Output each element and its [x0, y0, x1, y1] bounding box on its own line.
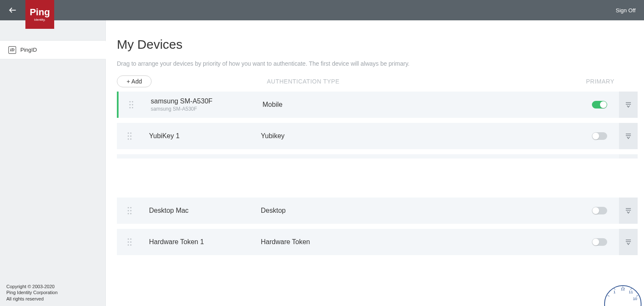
pingid-icon: iD: [8, 46, 16, 54]
svg-point-29: [128, 213, 129, 214]
drag-icon: [127, 238, 132, 246]
svg-point-36: [130, 242, 132, 243]
drag-handle[interactable]: [117, 160, 142, 169]
drag-icon: [129, 100, 134, 109]
svg-point-18: [130, 161, 132, 162]
svg-point-6: [132, 107, 133, 108]
arrow-left-icon: [8, 6, 17, 15]
device-name: Email 1: [149, 161, 261, 168]
svg-point-11: [128, 136, 129, 137]
column-header-primary: PRIMARY: [586, 78, 614, 85]
svg-point-38: [130, 245, 132, 246]
svg-point-22: [130, 167, 132, 168]
sidebar-item-label: PingID: [20, 47, 37, 53]
logo-main-text: Ping: [30, 8, 50, 17]
primary-toggle[interactable]: [592, 207, 607, 214]
svg-point-12: [130, 136, 132, 137]
drag-icon: [127, 132, 132, 140]
device-name: Hardware Token 1: [149, 238, 261, 246]
primary-toggle[interactable]: [592, 132, 607, 140]
svg-point-17: [128, 161, 129, 162]
main-content: My Devices Drag to arrange your devices …: [106, 20, 644, 306]
ping-logo: Ping Identity.: [25, 0, 54, 29]
device-auth-type: Desktop: [261, 207, 592, 214]
expand-icon: [625, 101, 632, 108]
expand-icon: [625, 207, 632, 214]
device-row[interactable]: Hardware Token 1 Hardware Token: [117, 229, 638, 255]
svg-point-14: [130, 139, 132, 140]
primary-toggle[interactable]: [592, 101, 607, 108]
svg-point-5: [130, 107, 131, 108]
sidebar-item-pingid[interactable]: iD PingID: [0, 40, 105, 59]
expand-button[interactable]: [619, 229, 638, 255]
primary-toggle[interactable]: [592, 161, 607, 168]
add-device-button[interactable]: + Add: [117, 75, 152, 87]
expand-button[interactable]: [619, 154, 638, 175]
svg-point-28: [130, 210, 132, 211]
svg-point-13: [128, 139, 129, 140]
svg-point-21: [128, 167, 129, 168]
expand-icon: [625, 161, 632, 168]
device-auth-type: Yubikey: [261, 132, 592, 140]
device-name: YubiKey 1: [149, 132, 261, 140]
svg-point-26: [130, 207, 132, 209]
logo-sub-text: Identity.: [34, 18, 45, 22]
svg-point-9: [128, 133, 129, 134]
svg-point-34: [130, 239, 132, 240]
svg-point-2: [132, 101, 133, 103]
svg-point-25: [128, 207, 129, 209]
device-row[interactable]: [117, 180, 638, 192]
device-name: Desktop Mac: [149, 207, 261, 214]
device-auth-type: Hardware Token: [261, 238, 592, 246]
svg-point-20: [130, 164, 132, 165]
drag-handle[interactable]: [119, 100, 144, 109]
drag-icon: [127, 160, 132, 169]
sidebar: iD PingID Copyright © 2003-2020 Ping Ide…: [0, 20, 106, 306]
svg-point-3: [130, 104, 131, 106]
footer-line-2: Ping Identity Corporation: [6, 289, 58, 295]
device-row[interactable]: samsung SM-A530F samsung SM-A530F Mobile: [117, 92, 638, 118]
device-row[interactable]: Email 1: [117, 154, 638, 175]
footer-copyright: Copyright © 2003-2020 Ping Identity Corp…: [6, 284, 58, 302]
drag-handle[interactable]: [117, 238, 142, 246]
svg-point-37: [128, 245, 129, 246]
device-row[interactable]: Desktop Mac Desktop: [117, 198, 638, 224]
footer-line-3: All rights reserved: [6, 296, 58, 302]
device-auth-type: Mobile: [263, 101, 592, 108]
drag-handle[interactable]: [117, 132, 142, 140]
svg-point-4: [132, 104, 133, 106]
device-list: samsung SM-A530F samsung SM-A530F Mobile: [117, 92, 638, 255]
expand-button[interactable]: [619, 198, 638, 224]
drag-icon: [127, 206, 132, 215]
column-header-auth-type: AUTHENTICATION TYPE: [267, 78, 340, 85]
device-name: samsung SM-A530F: [151, 97, 263, 105]
svg-point-35: [128, 242, 129, 243]
svg-point-33: [128, 239, 129, 240]
device-row[interactable]: YubiKey 1 Yubikey: [117, 123, 638, 149]
page-description: Drag to arrange your devices by priority…: [117, 60, 638, 67]
expand-button[interactable]: [619, 123, 638, 149]
svg-point-27: [128, 210, 129, 211]
primary-toggle[interactable]: [592, 238, 607, 246]
svg-point-30: [130, 213, 132, 214]
expand-icon: [625, 239, 632, 245]
back-button[interactable]: [0, 0, 25, 20]
footer-line-1: Copyright © 2003-2020: [6, 284, 58, 289]
sign-off-link[interactable]: Sign Off: [616, 7, 636, 14]
page-title: My Devices: [117, 37, 638, 52]
svg-point-19: [128, 164, 129, 165]
svg-point-1: [130, 101, 131, 103]
expand-icon: [625, 133, 632, 139]
drag-handle[interactable]: [117, 206, 142, 215]
expand-button[interactable]: [619, 92, 638, 118]
expand-button[interactable]: [619, 180, 638, 192]
device-subname: samsung SM-A530F: [151, 106, 263, 112]
svg-point-10: [130, 133, 132, 134]
